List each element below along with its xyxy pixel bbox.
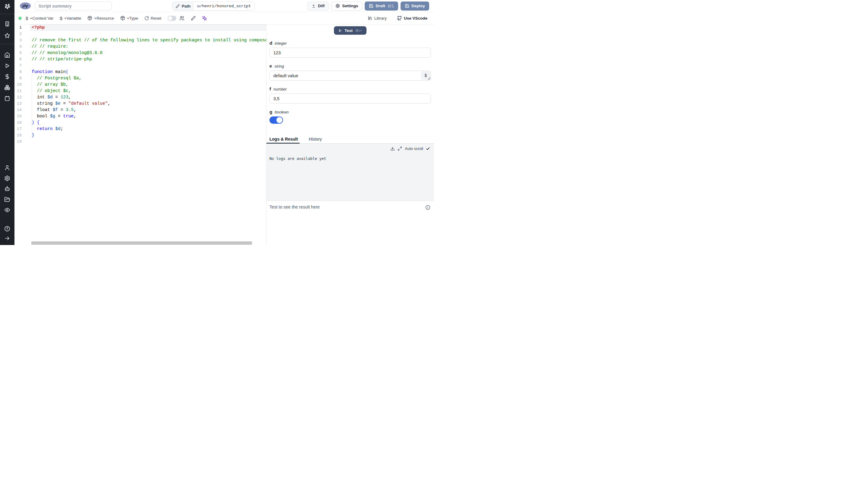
download-logs-icon[interactable] <box>390 146 395 151</box>
test-button[interactable]: Test ⌘↵ <box>334 26 367 35</box>
add-variable-button[interactable]: $ +Variable <box>60 16 82 21</box>
schedules-calendar-icon[interactable] <box>4 95 10 102</box>
code-line-content[interactable]: ) { <box>30 119 266 126</box>
code-lines[interactable]: 1<?php23// remove the first // of the fo… <box>14 24 266 145</box>
tab-history[interactable]: History <box>307 135 324 143</box>
save-icon <box>369 4 373 8</box>
code-line[interactable]: 10 // array $b, <box>14 82 266 88</box>
expand-sidebar-arrow-icon[interactable] <box>4 235 10 241</box>
path-label: Path <box>182 4 190 8</box>
user-icon[interactable] <box>4 165 10 171</box>
runs-play-icon[interactable] <box>4 63 10 69</box>
code-line[interactable]: 4// // require: <box>14 44 266 50</box>
expand-logs-icon[interactable] <box>398 146 402 151</box>
add-resource-button[interactable]: +Resource <box>87 16 114 21</box>
code-line-content[interactable]: // // monolog/monolog@3.6.0 <box>30 50 266 56</box>
editor-horizontal-scrollbar[interactable] <box>31 241 252 245</box>
workspace-building-icon[interactable] <box>4 21 10 27</box>
field-f-name: f <box>270 86 271 92</box>
windmill-logo-icon[interactable] <box>3 2 11 10</box>
resize-handle-icon[interactable] <box>428 77 430 80</box>
field-d-name: d <box>270 40 272 46</box>
package-icon <box>120 16 125 21</box>
code-line-content[interactable]: function main( <box>30 69 266 75</box>
help-icon[interactable] <box>4 226 10 232</box>
path-value: u/henri/honored_script <box>194 2 254 10</box>
favorites-star-icon[interactable] <box>4 33 10 39</box>
code-line-content[interactable] <box>30 62 266 69</box>
info-icon[interactable] <box>425 205 430 210</box>
reset-button[interactable]: Reset <box>144 16 161 21</box>
field-d-input[interactable] <box>270 48 431 58</box>
settings-button[interactable]: Settings <box>331 1 362 10</box>
collaborators-icon[interactable] <box>179 16 184 21</box>
code-line-content[interactable]: // Postgresql $a, <box>30 75 266 82</box>
code-line-content[interactable]: // remove the first // of the following … <box>30 37 266 44</box>
code-line[interactable]: 19 <box>14 139 266 145</box>
line-number: 18 <box>14 132 30 139</box>
tab-logs-result[interactable]: Logs & Result <box>267 135 300 143</box>
code-line-content[interactable]: } <box>30 132 266 139</box>
package-icon <box>87 16 92 21</box>
code-line[interactable]: 5// // monolog/monolog@3.6.0 <box>14 50 266 56</box>
code-line[interactable]: 15 bool $g = true, <box>14 113 266 119</box>
folders-icon[interactable] <box>4 196 10 202</box>
code-line-content[interactable]: string $e = "default value", <box>30 100 266 107</box>
code-line[interactable]: 2 <box>14 31 266 37</box>
variables-dollar-icon[interactable] <box>4 74 10 80</box>
resources-boxes-icon[interactable] <box>4 85 10 90</box>
code-line-content[interactable]: return $d; <box>30 126 266 132</box>
field-g-type: boolean <box>275 110 288 114</box>
line-number: 11 <box>14 88 30 94</box>
home-icon[interactable] <box>4 52 10 58</box>
check-icon[interactable] <box>426 147 430 151</box>
code-line-content[interactable]: // // require: <box>30 44 266 50</box>
add-context-var-button[interactable]: $ +Context Var <box>26 16 54 21</box>
field-f-input[interactable] <box>270 93 431 104</box>
code-line-content[interactable] <box>30 31 266 37</box>
code-editor[interactable]: 1<?php23// remove the first // of the fo… <box>14 24 266 245</box>
add-type-button[interactable]: +Type <box>120 16 138 21</box>
code-line-content[interactable]: // object $c, <box>30 88 266 94</box>
code-line-content[interactable] <box>30 139 266 145</box>
library-button[interactable]: Library <box>368 16 387 21</box>
field-e-type: string <box>275 64 284 68</box>
code-line-content[interactable]: // array $b, <box>30 82 266 88</box>
ai-sparkles-icon[interactable] <box>202 16 207 21</box>
use-vscode-button[interactable]: Use VScode <box>397 16 427 21</box>
code-line[interactable]: 18} <box>14 132 266 139</box>
code-line[interactable]: 13 string $e = "default value", <box>14 100 266 107</box>
code-line[interactable]: 3// remove the first // of the following… <box>14 37 266 44</box>
code-line[interactable]: 17 return $d; <box>14 126 266 132</box>
script-summary-input[interactable] <box>35 1 112 10</box>
code-line[interactable]: 7 <box>14 62 266 69</box>
multiplayer-toggle[interactable] <box>167 16 176 21</box>
code-line-content[interactable]: <?php <box>30 24 266 31</box>
script-path-control[interactable]: Path u/henri/honored_script <box>172 1 255 10</box>
line-number: 7 <box>14 62 30 69</box>
code-line[interactable]: 8function main( <box>14 69 266 75</box>
code-line[interactable]: 1<?php <box>14 24 266 31</box>
format-brush-icon[interactable] <box>191 16 195 21</box>
settings-gear-icon[interactable] <box>4 175 10 181</box>
auto-scroll-label[interactable]: Auto scroll <box>405 146 423 151</box>
code-line-content[interactable]: bool $g = true, <box>30 113 266 119</box>
code-line[interactable]: 14 float $f = 3.5, <box>14 107 266 113</box>
deploy-button[interactable]: Deploy <box>401 1 429 10</box>
audit-eye-icon[interactable] <box>4 207 10 213</box>
field-f: f number <box>270 86 431 104</box>
code-line-content[interactable]: int $d = 123, <box>30 94 266 100</box>
field-e-input[interactable] <box>270 70 431 81</box>
field-g-toggle[interactable] <box>270 116 283 124</box>
workers-robot-icon[interactable] <box>4 186 10 192</box>
line-number: 12 <box>14 94 30 100</box>
diff-button[interactable]: Diff <box>307 1 329 10</box>
code-line[interactable]: 9 // Postgresql $a, <box>14 75 266 82</box>
code-line[interactable]: 12 int $d = 123, <box>14 94 266 100</box>
code-line[interactable]: 11 // object $c, <box>14 88 266 94</box>
draft-button[interactable]: Draft ⌘S <box>365 1 398 10</box>
code-line[interactable]: 6// // stripe/stripe-php <box>14 56 266 62</box>
code-line[interactable]: 16) { <box>14 119 266 126</box>
code-line-content[interactable]: // // stripe/stripe-php <box>30 56 266 62</box>
code-line-content[interactable]: float $f = 3.5, <box>30 107 266 113</box>
